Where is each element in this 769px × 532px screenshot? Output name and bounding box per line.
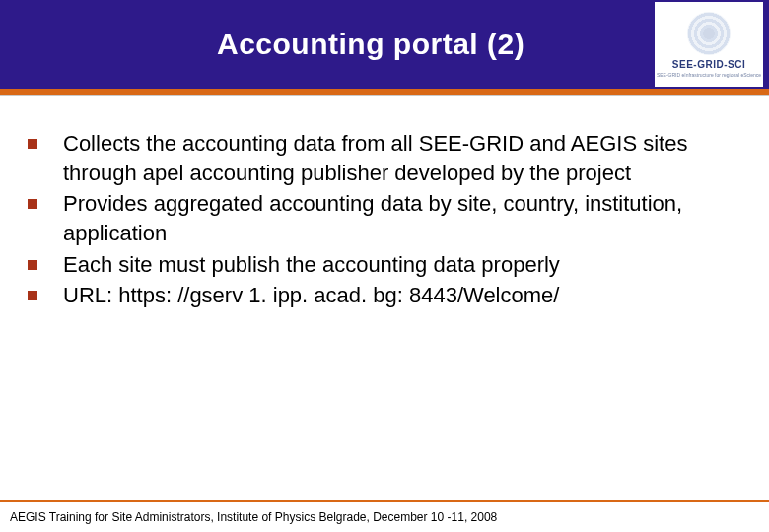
- logo-swirl-icon: [687, 12, 731, 55]
- bullet-text: Provides aggregated accounting data by s…: [63, 189, 741, 247]
- bullet-icon: [28, 139, 37, 149]
- logo-box: SEE-GRID-SCI SEE-GRID eInfrastructure fo…: [655, 2, 763, 87]
- slide-title: Accounting portal (2): [217, 28, 524, 61]
- bullet-text: Each site must publish the accounting da…: [63, 250, 560, 280]
- bullet-icon: [28, 199, 37, 209]
- bullet-icon: [28, 260, 37, 270]
- bullet-item: Collects the accounting data from all SE…: [28, 129, 741, 187]
- slide-header: Accounting portal (2) SEE-GRID-SCI SEE-G…: [0, 0, 769, 89]
- bullet-item: Each site must publish the accounting da…: [28, 250, 741, 280]
- footer-accent-line: [0, 500, 769, 502]
- slide-footer: AEGIS Training for Site Administrators, …: [10, 510, 497, 524]
- bullet-icon: [28, 291, 37, 300]
- bullet-text: URL: https: //gserv 1. ipp. acad. bg: 84…: [63, 281, 559, 310]
- bullet-item: Provides aggregated accounting data by s…: [28, 189, 741, 247]
- logo-text: SEE-GRID-SCI: [672, 59, 745, 70]
- logo-subtext: SEE-GRID eInfrastructure for regional eS…: [657, 72, 761, 78]
- slide-body: Collects the accounting data from all SE…: [0, 96, 769, 310]
- bullet-text: Collects the accounting data from all SE…: [63, 129, 741, 187]
- bullet-item: URL: https: //gserv 1. ipp. acad. bg: 84…: [28, 281, 741, 310]
